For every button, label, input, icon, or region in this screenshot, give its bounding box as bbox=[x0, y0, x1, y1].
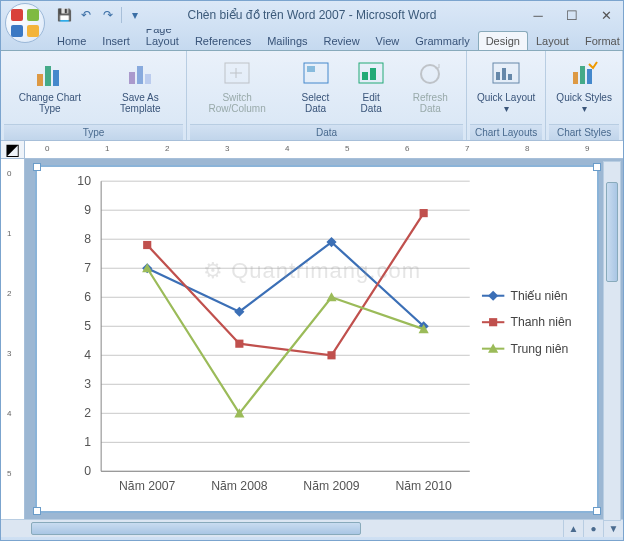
svg-text:Năm 2010: Năm 2010 bbox=[395, 479, 452, 493]
browse-object-button[interactable]: ● bbox=[583, 520, 603, 537]
svg-rect-1 bbox=[45, 66, 51, 86]
save-template-icon bbox=[124, 58, 156, 90]
resize-handle[interactable] bbox=[33, 507, 41, 515]
qat-separator bbox=[121, 7, 122, 23]
svg-rect-8 bbox=[307, 66, 315, 72]
vertical-ruler[interactable]: 012345 bbox=[1, 159, 25, 519]
svg-text:6: 6 bbox=[84, 290, 91, 304]
qat-customize-icon[interactable]: ▾ bbox=[126, 6, 144, 24]
line-chart: 012345678910Năm 2007Năm 2008Năm 2009Năm … bbox=[41, 171, 593, 507]
status-bar: Page: 1 of 1 Words: 6 ✗ English (United … bbox=[1, 537, 623, 541]
save-icon[interactable]: 💾 bbox=[55, 6, 73, 24]
prev-page-button[interactable]: ▲ bbox=[563, 520, 583, 537]
quick-layout-label: Quick Layout ▾ bbox=[475, 92, 537, 114]
svg-text:Thanh niên: Thanh niên bbox=[510, 315, 571, 329]
svg-text:Năm 2007: Năm 2007 bbox=[119, 479, 176, 493]
edit-data-button[interactable]: Edit Data bbox=[347, 54, 396, 124]
svg-text:9: 9 bbox=[84, 203, 91, 217]
quick-layout-icon bbox=[490, 58, 522, 90]
svg-text:10: 10 bbox=[77, 174, 91, 188]
window-title: Chèn biểu đồ trên Word 2007 - Microsoft … bbox=[188, 8, 437, 22]
office-button[interactable] bbox=[5, 3, 45, 43]
switch-icon bbox=[221, 58, 253, 90]
change-chart-type-label: Change Chart Type bbox=[9, 92, 91, 114]
save-as-template-button[interactable]: Save As Template bbox=[98, 54, 183, 124]
switch-label: Switch Row/Column bbox=[195, 92, 279, 114]
svg-text:Trung niên: Trung niên bbox=[510, 342, 568, 356]
tab-grammarly[interactable]: Grammarly bbox=[407, 31, 477, 50]
horizontal-ruler[interactable]: ◩ 0123456789 bbox=[1, 141, 623, 159]
ribbon: Change Chart Type Save As Template Type … bbox=[1, 51, 623, 141]
tab-design[interactable]: Design bbox=[478, 31, 528, 50]
group-type: Change Chart Type Save As Template Type bbox=[1, 51, 187, 140]
svg-rect-15 bbox=[502, 68, 506, 80]
tab-format[interactable]: Format bbox=[577, 31, 624, 50]
quick-styles-label: Quick Styles ▾ bbox=[554, 92, 614, 114]
svg-rect-0 bbox=[37, 74, 43, 86]
resize-handle[interactable] bbox=[593, 163, 601, 171]
svg-text:8: 8 bbox=[84, 232, 91, 246]
refresh-label: Refresh Data bbox=[403, 92, 458, 114]
group-styles-label: Chart Styles bbox=[549, 124, 619, 140]
close-button[interactable]: ✕ bbox=[593, 5, 619, 25]
svg-text:2: 2 bbox=[84, 406, 91, 420]
edit-data-icon bbox=[355, 58, 387, 90]
redo-icon[interactable]: ↷ bbox=[99, 6, 117, 24]
svg-rect-14 bbox=[496, 72, 500, 80]
ribbon-tabs: Home Insert Page Layout References Maili… bbox=[1, 29, 623, 51]
svg-text:0: 0 bbox=[84, 464, 91, 478]
maximize-button[interactable]: ☐ bbox=[559, 5, 585, 25]
svg-text:5: 5 bbox=[84, 319, 91, 333]
svg-text:Năm 2008: Năm 2008 bbox=[211, 479, 268, 493]
tab-insert[interactable]: Insert bbox=[94, 31, 138, 50]
horizontal-scrollbar[interactable] bbox=[1, 520, 563, 537]
tab-mailings[interactable]: Mailings bbox=[259, 31, 315, 50]
tab-home[interactable]: Home bbox=[49, 31, 94, 50]
svg-rect-51 bbox=[420, 209, 428, 217]
group-chart-styles: Quick Styles ▾ Chart Styles bbox=[546, 51, 623, 140]
horizontal-scroll-area: ▲ ● ▼ bbox=[1, 519, 623, 537]
resize-handle[interactable] bbox=[33, 163, 41, 171]
group-chart-layouts: Quick Layout ▾ Chart Layouts bbox=[467, 51, 546, 140]
svg-text:4: 4 bbox=[84, 348, 91, 362]
select-data-button[interactable]: Select Data bbox=[286, 54, 345, 124]
tab-layout[interactable]: Layout bbox=[528, 31, 577, 50]
ruler-corner-icon[interactable]: ◩ bbox=[1, 141, 25, 158]
refresh-data-button: Refresh Data bbox=[398, 54, 463, 124]
vscroll-thumb[interactable] bbox=[606, 182, 618, 282]
title-bar: 💾 ↶ ↷ ▾ Chèn biểu đồ trên Word 2007 - Mi… bbox=[1, 1, 623, 29]
svg-rect-4 bbox=[137, 66, 143, 84]
svg-rect-55 bbox=[489, 318, 497, 326]
svg-rect-49 bbox=[235, 340, 243, 348]
tab-view[interactable]: View bbox=[368, 31, 408, 50]
refresh-icon bbox=[414, 58, 446, 90]
svg-rect-5 bbox=[145, 74, 151, 84]
undo-icon[interactable]: ↶ bbox=[77, 6, 95, 24]
select-data-icon bbox=[300, 58, 332, 90]
select-data-label: Select Data bbox=[291, 92, 340, 114]
svg-text:3: 3 bbox=[84, 377, 91, 391]
svg-text:Thiếu niên: Thiếu niên bbox=[510, 289, 567, 303]
next-page-button[interactable]: ▼ bbox=[603, 520, 623, 537]
minimize-button[interactable]: ─ bbox=[525, 5, 551, 25]
svg-text:Năm 2009: Năm 2009 bbox=[303, 479, 360, 493]
quick-layout-button[interactable]: Quick Layout ▾ bbox=[470, 54, 542, 124]
svg-rect-48 bbox=[143, 241, 151, 249]
svg-rect-50 bbox=[327, 351, 335, 359]
svg-rect-16 bbox=[508, 74, 512, 80]
chart-object[interactable]: 012345678910Năm 2007Năm 2008Năm 2009Năm … bbox=[35, 165, 599, 513]
group-data-label: Data bbox=[190, 124, 463, 140]
svg-rect-10 bbox=[362, 72, 368, 80]
quick-styles-button[interactable]: Quick Styles ▾ bbox=[549, 54, 619, 124]
tab-review[interactable]: Review bbox=[316, 31, 368, 50]
group-type-label: Type bbox=[4, 124, 183, 140]
vertical-scrollbar[interactable] bbox=[603, 161, 621, 521]
tab-references[interactable]: References bbox=[187, 31, 259, 50]
office-logo-icon bbox=[11, 9, 39, 37]
hscroll-thumb[interactable] bbox=[31, 522, 361, 535]
change-chart-type-button[interactable]: Change Chart Type bbox=[4, 54, 96, 124]
svg-text:1: 1 bbox=[84, 435, 91, 449]
resize-handle[interactable] bbox=[593, 507, 601, 515]
svg-rect-2 bbox=[53, 70, 59, 86]
document-page[interactable]: 012345678910Năm 2007Năm 2008Năm 2009Năm … bbox=[25, 159, 623, 519]
